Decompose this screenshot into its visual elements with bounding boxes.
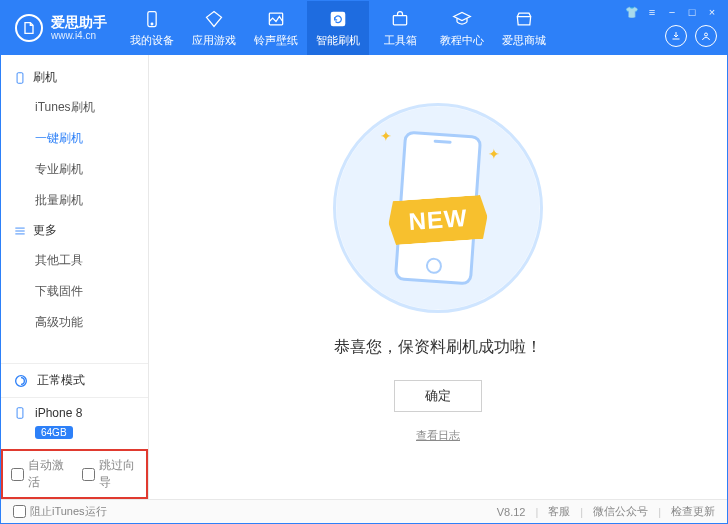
svg-rect-3: [331, 12, 344, 25]
header-tabs: 我的设备 应用游戏 铃声壁纸 智能刷机 工具箱 教程中心: [121, 1, 555, 55]
minimize-icon[interactable]: −: [665, 5, 679, 19]
app-header: 爱思助手 www.i4.cn 我的设备 应用游戏 铃声壁纸 智能刷机: [1, 1, 727, 55]
brand-url: www.i4.cn: [51, 30, 107, 41]
store-icon: [514, 9, 534, 29]
block-itunes-checkbox[interactable]: 阻止iTunes运行: [13, 504, 107, 519]
svg-rect-6: [17, 72, 23, 83]
device-icon: [13, 406, 27, 420]
sparkle-icon: ✦: [380, 128, 392, 144]
option-row: 自动激活 跳过向导: [1, 449, 148, 499]
refresh-icon: [328, 9, 348, 29]
user-button[interactable]: [695, 25, 717, 47]
sidebar-item-pro-flash[interactable]: 专业刷机: [1, 154, 148, 185]
new-ribbon: NEW: [387, 195, 489, 246]
success-text: 恭喜您，保资料刷机成功啦！: [334, 337, 542, 358]
sidebar-item-advanced[interactable]: 高级功能: [1, 307, 148, 338]
svg-rect-11: [17, 408, 23, 419]
menu-icon[interactable]: ≡: [645, 5, 659, 19]
hero-illustration: ✦ ✦ NEW: [333, 103, 543, 313]
svg-point-1: [151, 23, 153, 25]
mode-row[interactable]: 正常模式: [1, 364, 148, 398]
image-icon: [266, 9, 286, 29]
sidebar-group-more: 更多: [1, 216, 148, 245]
view-log-link[interactable]: 查看日志: [416, 428, 460, 443]
support-link[interactable]: 客服: [548, 504, 570, 519]
tab-ringtone[interactable]: 铃声壁纸: [245, 1, 307, 55]
sidebar-item-batch-flash[interactable]: 批量刷机: [1, 185, 148, 216]
brand-name: 爱思助手: [51, 15, 107, 30]
sidebar-item-itunes-flash[interactable]: iTunes刷机: [1, 92, 148, 123]
sparkle-icon: ✦: [488, 146, 500, 162]
sidebar-item-download-firmware[interactable]: 下载固件: [1, 276, 148, 307]
device-row[interactable]: iPhone 8 64GB: [1, 398, 148, 449]
sidebar-item-other-tools[interactable]: 其他工具: [1, 245, 148, 276]
auto-activate-checkbox[interactable]: 自动激活: [11, 457, 68, 491]
logo: 爱思助手 www.i4.cn: [1, 1, 121, 55]
skip-guide-checkbox[interactable]: 跳过向导: [82, 457, 139, 491]
sidebar-item-oneclick-flash[interactable]: 一键刷机: [1, 123, 148, 154]
close-icon[interactable]: ×: [705, 5, 719, 19]
skin-icon[interactable]: 👕: [625, 5, 639, 19]
version-label: V8.12: [497, 506, 526, 518]
wechat-link[interactable]: 微信公众号: [593, 504, 648, 519]
toolbox-icon: [390, 9, 410, 29]
status-bar: 阻止iTunes运行 V8.12 | 客服 | 微信公众号 | 检查更新: [1, 499, 727, 523]
sidebar: 刷机 iTunes刷机 一键刷机 专业刷机 批量刷机 更多 其他工具 下载固件 …: [1, 55, 149, 499]
app-icon: [204, 9, 224, 29]
content: ✦ ✦ NEW 恭喜您，保资料刷机成功啦！ 确定 查看日志: [149, 55, 727, 499]
download-button[interactable]: [665, 25, 687, 47]
device-capacity: 64GB: [35, 426, 73, 439]
maximize-icon[interactable]: □: [685, 5, 699, 19]
phone-icon: [142, 9, 162, 29]
graduate-icon: [452, 9, 472, 29]
sidebar-group-flash: 刷机: [1, 63, 148, 92]
svg-rect-4: [393, 15, 406, 24]
tab-tutorial[interactable]: 教程中心: [431, 1, 493, 55]
window-controls: 👕 ≡ − □ ×: [625, 5, 719, 19]
tab-my-device[interactable]: 我的设备: [121, 1, 183, 55]
mode-icon: [13, 373, 29, 389]
tab-store[interactable]: 爱思商城: [493, 1, 555, 55]
logo-icon: [15, 14, 43, 42]
phone-small-icon: [13, 71, 27, 85]
mode-label: 正常模式: [37, 372, 85, 389]
tab-apps[interactable]: 应用游戏: [183, 1, 245, 55]
tab-flash[interactable]: 智能刷机: [307, 1, 369, 55]
device-name: iPhone 8: [35, 406, 82, 420]
more-icon: [13, 224, 27, 238]
check-update-link[interactable]: 检查更新: [671, 504, 715, 519]
tab-toolbox[interactable]: 工具箱: [369, 1, 431, 55]
ok-button[interactable]: 确定: [394, 380, 482, 412]
svg-point-5: [705, 33, 708, 36]
